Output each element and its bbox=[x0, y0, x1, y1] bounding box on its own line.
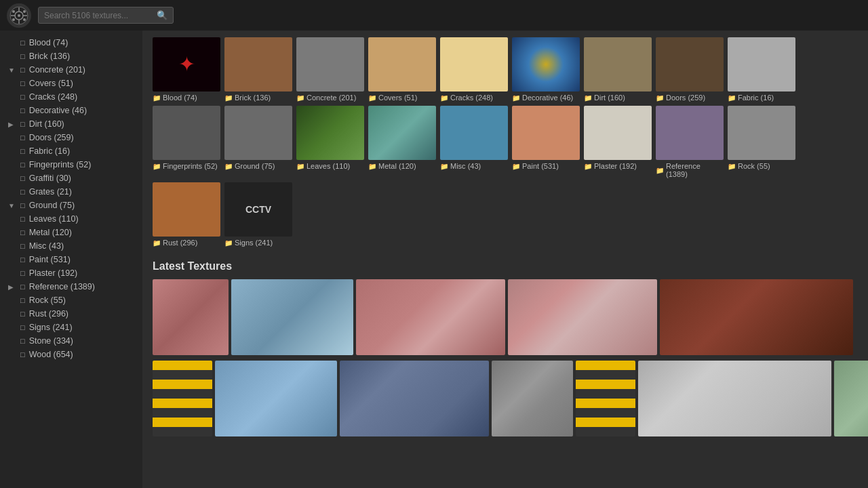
sidebar-item-blood[interactable]: □ Blood (74) bbox=[0, 36, 142, 49]
category-card-covers[interactable]: 📁 Covers (51) bbox=[368, 37, 436, 102]
sidebar-item-concrete[interactable]: ▼ □ Concrete (201) bbox=[0, 63, 142, 77]
category-card-leaves[interactable]: 📁 Leaves (110) bbox=[296, 106, 364, 178]
sidebar-item-fingerprints[interactable]: □ Fingerprints (52) bbox=[0, 158, 142, 171]
category-label-concrete: 📁 Concrete (201) bbox=[296, 94, 364, 102]
sidebar-item-decorative[interactable]: □ Decorative (46) bbox=[0, 104, 142, 117]
latest-thumb-row2-0[interactable] bbox=[153, 361, 212, 436]
category-card-reference[interactable]: 📁 Reference (1389) bbox=[656, 106, 724, 178]
folder-icon: □ bbox=[20, 310, 25, 318]
category-card-cracks[interactable]: 📁 Cracks (248) bbox=[440, 37, 508, 102]
folder-icon: □ bbox=[20, 161, 25, 169]
category-card-plaster[interactable]: 📁 Plaster (192) bbox=[584, 106, 652, 178]
sidebar-item-fabric[interactable]: □ Fabric (16) bbox=[0, 144, 142, 158]
category-card-decorative[interactable]: 📁 Decorative (46) bbox=[512, 37, 580, 102]
latest-thumb-row1-0[interactable] bbox=[153, 279, 229, 355]
sidebar-item-metal[interactable]: □ Metal (120) bbox=[0, 226, 142, 239]
sidebar-item-signs[interactable]: □ Signs (241) bbox=[0, 321, 142, 334]
logo[interactable] bbox=[7, 3, 31, 28]
folder-icon: □ bbox=[20, 174, 25, 182]
sidebar-item-cracks[interactable]: □ Cracks (248) bbox=[0, 90, 142, 104]
svg-point-3 bbox=[12, 10, 15, 13]
category-card-paint[interactable]: 📁 Paint (531) bbox=[512, 106, 580, 178]
category-card-misc[interactable]: 📁 Misc (43) bbox=[440, 106, 508, 178]
folder-icon: □ bbox=[20, 120, 25, 128]
latest-thumb-row1-2[interactable] bbox=[356, 279, 505, 355]
latest-thumb-row1-4[interactable] bbox=[660, 279, 853, 355]
folder-icon: □ bbox=[20, 337, 25, 345]
category-card-signs[interactable]: CCTV📁 Signs (241) bbox=[224, 182, 292, 247]
sidebar-label-fingerprints: Fingerprints (52) bbox=[29, 160, 137, 169]
sidebar-item-graffiti[interactable]: □ Graffiti (30) bbox=[0, 171, 142, 185]
latest-thumb-row2-4[interactable] bbox=[576, 361, 635, 436]
sidebar-label-ground: Ground (75) bbox=[29, 201, 137, 210]
svg-point-4 bbox=[23, 10, 26, 13]
sidebar-item-dirt[interactable]: ▶ □ Dirt (160) bbox=[0, 117, 142, 131]
sidebar-item-wood[interactable]: □ Wood (654) bbox=[0, 348, 142, 361]
folder-icon: □ bbox=[20, 269, 25, 277]
sidebar-item-brick[interactable]: □ Brick (136) bbox=[0, 49, 142, 63]
sidebar-item-covers[interactable]: □ Covers (51) bbox=[0, 77, 142, 90]
category-label-paint: 📁 Paint (531) bbox=[512, 162, 580, 170]
category-card-fabric[interactable]: 📁 Fabric (16) bbox=[728, 37, 795, 102]
sidebar-item-plaster[interactable]: □ Plaster (192) bbox=[0, 266, 142, 280]
sidebar-label-stone: Stone (334) bbox=[29, 336, 137, 346]
sidebar-item-grates[interactable]: □ Grates (21) bbox=[0, 185, 142, 199]
sidebar-label-graffiti: Graffiti (30) bbox=[29, 174, 137, 183]
sidebar-label-reference: Reference (1389) bbox=[29, 282, 137, 291]
sidebar-item-stone[interactable]: □ Stone (334) bbox=[0, 334, 142, 348]
sidebar-item-misc[interactable]: □ Misc (43) bbox=[0, 239, 142, 253]
sidebar-label-leaves: Leaves (110) bbox=[29, 214, 137, 224]
sidebar-item-paint[interactable]: □ Paint (531) bbox=[0, 253, 142, 266]
folder-icon: 📁 bbox=[224, 239, 233, 247]
sidebar-item-rust[interactable]: □ Rust (296) bbox=[0, 307, 142, 321]
latest-thumb-row2-2[interactable] bbox=[340, 361, 489, 436]
category-card-metal[interactable]: 📁 Metal (120) bbox=[368, 106, 436, 178]
category-card-ground[interactable]: 📁 Ground (75) bbox=[224, 106, 292, 178]
sidebar-item-rock[interactable]: □ Rock (55) bbox=[0, 293, 142, 307]
folder-icon: □ bbox=[20, 256, 25, 264]
latest-thumb-row2-1[interactable] bbox=[215, 361, 337, 436]
sidebar: □ Blood (74) □ Brick (136) ▼ □ Concrete … bbox=[0, 30, 142, 488]
latest-grid bbox=[153, 279, 858, 439]
category-card-blood[interactable]: ✦📁 Blood (74) bbox=[153, 37, 220, 102]
folder-icon: □ bbox=[20, 350, 25, 359]
folder-icon: □ bbox=[20, 323, 25, 331]
category-card-fingerprints[interactable]: 📁 Fingerprints (52) bbox=[153, 106, 220, 178]
latest-thumb-row1-3[interactable] bbox=[508, 279, 657, 355]
latest-thumb-row2-5[interactable] bbox=[638, 361, 831, 436]
category-card-dirt[interactable]: 📁 Dirt (160) bbox=[584, 37, 652, 102]
sidebar-label-decorative: Decorative (46) bbox=[29, 106, 137, 115]
search-input[interactable] bbox=[44, 11, 153, 20]
folder-icon: 📁 bbox=[512, 163, 520, 170]
search-box[interactable]: 🔍 bbox=[38, 7, 174, 24]
category-card-doors[interactable]: 📁 Doors (259) bbox=[656, 37, 724, 102]
sidebar-item-leaves[interactable]: □ Leaves (110) bbox=[0, 212, 142, 226]
folder-icon: □ bbox=[20, 188, 25, 196]
sidebar-label-cracks: Cracks (248) bbox=[29, 92, 137, 102]
latest-thumb-row2-3[interactable] bbox=[492, 361, 573, 436]
latest-thumb-row2-6[interactable] bbox=[834, 361, 868, 436]
latest-section: Latest Textures bbox=[153, 260, 858, 439]
folder-icon: □ bbox=[20, 201, 25, 209]
folder-icon: 📁 bbox=[153, 239, 161, 247]
latest-thumb-row1-1[interactable] bbox=[231, 279, 353, 355]
folder-icon: 📁 bbox=[224, 94, 233, 102]
category-card-rock[interactable]: 📁 Rock (55) bbox=[728, 106, 795, 178]
sidebar-label-grates: Grates (21) bbox=[29, 187, 137, 197]
category-card-rust[interactable]: 📁 Rust (296) bbox=[153, 182, 220, 247]
category-label-signs: 📁 Signs (241) bbox=[224, 239, 292, 247]
sidebar-label-dirt: Dirt (160) bbox=[29, 119, 137, 129]
folder-icon: 📁 bbox=[153, 163, 161, 170]
sidebar-item-ground[interactable]: ▼ □ Ground (75) bbox=[0, 199, 142, 212]
sidebar-item-doors[interactable]: □ Doors (259) bbox=[0, 131, 142, 144]
category-label-dirt: 📁 Dirt (160) bbox=[584, 94, 652, 102]
category-label-fabric: 📁 Fabric (16) bbox=[728, 94, 795, 102]
folder-icon: 📁 bbox=[728, 163, 736, 170]
category-card-concrete[interactable]: 📁 Concrete (201) bbox=[296, 37, 364, 102]
folder-icon: 📁 bbox=[440, 94, 448, 102]
category-card-brick[interactable]: 📁 Brick (136) bbox=[224, 37, 292, 102]
category-label-reference: 📁 Reference (1389) bbox=[656, 162, 724, 178]
sidebar-item-reference[interactable]: ▶ □ Reference (1389) bbox=[0, 280, 142, 293]
category-label-covers: 📁 Covers (51) bbox=[368, 94, 436, 102]
sidebar-label-rust: Rust (296) bbox=[29, 309, 137, 319]
